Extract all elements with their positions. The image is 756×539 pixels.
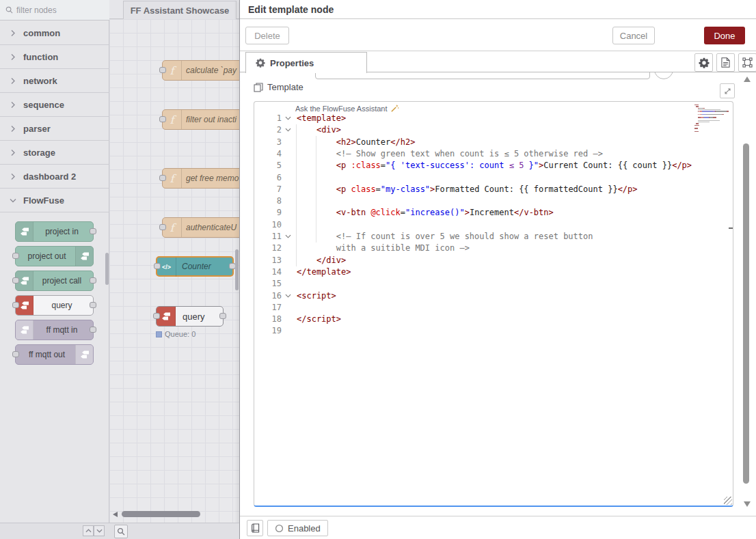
node-label: ff mqtt in — [33, 320, 90, 340]
code-line-10[interactable]: 10 — [254, 219, 733, 231]
flow-node-calculate-pay[interactable]: fcalculate `pay — [162, 60, 239, 81]
node-port[interactable] — [159, 224, 166, 230]
code-line-15[interactable]: 15 — [254, 278, 733, 290]
minimap-line — [694, 133, 729, 133]
code-editor[interactable]: Ask the FlowFuse Assistant 1<template>2 … — [254, 101, 733, 507]
minimap[interactable] — [694, 105, 729, 134]
assistant-hint[interactable]: Ask the FlowFuse Assistant — [295, 104, 399, 113]
code-line-6[interactable]: 6 — [254, 172, 733, 184]
minimap-line — [694, 114, 729, 115]
code-line-17[interactable]: 17 — [254, 302, 733, 314]
palette-category-dashboard-2[interactable]: dashboard 2 — [0, 165, 109, 189]
filter-nodes-input[interactable] — [16, 5, 98, 15]
code-line-19[interactable]: 19 — [254, 325, 733, 337]
node-port[interactable] — [12, 302, 19, 308]
palette-category-sequence[interactable]: sequence — [0, 93, 109, 117]
expand-editor-button[interactable] — [720, 83, 735, 98]
editor-resize-grip[interactable] — [724, 497, 732, 505]
form-scroll-up-icon[interactable] — [744, 77, 751, 82]
node-port[interactable] — [12, 277, 19, 284]
tab-properties[interactable]: Properties — [245, 52, 367, 73]
node-port[interactable] — [154, 263, 161, 269]
workspace-search-button[interactable] — [114, 525, 128, 538]
code-line-9[interactable]: 9 <v-btn @click="increase()">Increment</… — [254, 207, 733, 219]
form-scrollbar-thumb[interactable] — [743, 143, 749, 484]
flow-tab[interactable]: FF Assistant Showcase — [123, 1, 237, 19]
name-field-partial[interactable] — [315, 72, 650, 79]
code-line-4[interactable]: 4 <!— Show green text when count is ≤ 5 … — [254, 148, 733, 160]
palette-node-ff-mqtt-in[interactable]: ff mqtt in — [15, 320, 94, 340]
node-port[interactable] — [219, 313, 226, 319]
palette-node-project-call[interactable]: project call — [15, 271, 94, 291]
minimap-line — [694, 130, 729, 130]
round-button-partial[interactable] — [654, 72, 673, 79]
properties-icon-button[interactable] — [694, 53, 713, 72]
code-line-5[interactable]: 5 <p :class="{ 'text-success': count ≤ 5… — [254, 160, 733, 171]
template-label: Template — [267, 82, 303, 92]
description-tab-button[interactable] — [716, 53, 735, 72]
code-line-8[interactable]: 8 — [254, 195, 733, 207]
flow-node-counter[interactable]: </>Counter — [156, 256, 234, 277]
node-port[interactable] — [90, 327, 96, 333]
palette-category-flowfuse[interactable]: FlowFuse — [0, 189, 109, 212]
palette-category-parser[interactable]: parser — [0, 117, 109, 141]
palette-collapse-up-button[interactable] — [83, 525, 94, 536]
code-text: <p class="my-class">Formatted Count: {{ … — [297, 184, 638, 195]
editor-help-button[interactable] — [247, 520, 263, 536]
fold-icon[interactable] — [285, 128, 291, 132]
flow-node-authenticateu[interactable]: fauthenticateU — [162, 217, 239, 238]
palette-category-storage[interactable]: storage — [0, 141, 109, 165]
palette-node-project-in[interactable]: project in — [15, 221, 94, 242]
node-port[interactable] — [153, 313, 160, 319]
palette-collapse-down-button[interactable] — [94, 525, 105, 536]
overview-ruler-mark — [729, 227, 733, 229]
tray-title: Edit template node — [248, 4, 334, 15]
code-line-16[interactable]: 16<script> — [254, 290, 733, 302]
palette-category-function[interactable]: function — [0, 45, 109, 69]
node-port[interactable] — [159, 67, 166, 73]
flow-node-query[interactable]: query — [156, 306, 224, 327]
flow-node-filter-out-inacti[interactable]: ffilter out inacti — [162, 109, 239, 130]
line-number: 16 — [254, 290, 282, 302]
code-line-12[interactable]: 12 with a suitible MDI icon —> — [254, 243, 733, 254]
flow-node-get-free-memo[interactable]: fget free memo — [162, 168, 239, 189]
form-scroll-down-icon[interactable] — [744, 501, 751, 507]
delete-button[interactable]: Delete — [245, 27, 289, 44]
node-port[interactable] — [159, 116, 166, 122]
category-label: FlowFuse — [23, 195, 64, 206]
palette-category-network[interactable]: network — [0, 69, 109, 93]
done-button[interactable]: Done — [704, 27, 745, 44]
fold-icon[interactable] — [285, 116, 291, 120]
palette-scrollbar[interactable] — [105, 253, 109, 285]
fold-icon[interactable] — [285, 294, 291, 298]
palette-category-common[interactable]: common — [0, 21, 109, 45]
line-number: 18 — [254, 314, 282, 325]
palette-node-project-out[interactable]: project out — [15, 246, 94, 266]
cancel-button[interactable]: Cancel — [612, 27, 655, 44]
code-line-11[interactable]: 11 <!— If count is over 5 we should show… — [254, 231, 733, 243]
workspace-h-scrollbar[interactable] — [122, 511, 200, 517]
node-port[interactable] — [159, 175, 166, 181]
node-port[interactable] — [90, 228, 96, 234]
flow-canvas[interactable]: fcalculate `payffilter out inactifget fr… — [109, 19, 239, 523]
palette-node-ff-mqtt-out[interactable]: ff mqtt out — [15, 344, 94, 365]
node-label: calculate `pay — [186, 61, 239, 80]
node-port[interactable] — [12, 351, 19, 357]
fold-icon[interactable] — [285, 234, 291, 238]
code-line-18[interactable]: 18</script> — [254, 314, 733, 325]
node-port[interactable] — [12, 253, 19, 259]
appearance-tab-button[interactable] — [738, 53, 756, 72]
workspace-v-scrollbar[interactable] — [235, 249, 239, 290]
code-line-14[interactable]: 14</template> — [254, 266, 733, 278]
code-line-1[interactable]: 1<template> — [254, 113, 733, 124]
code-line-3[interactable]: 3 <h2>Counter</h2> — [254, 137, 733, 148]
node-port[interactable] — [90, 277, 96, 284]
code-line-7[interactable]: 7 <p class="my-class">Formatted Count: {… — [254, 184, 733, 195]
palette-node-query[interactable]: query — [15, 295, 94, 316]
scroll-left-icon[interactable] — [113, 512, 118, 517]
enabled-toggle-button[interactable]: Enabled — [267, 520, 328, 536]
code-line-2[interactable]: 2 <div> — [254, 124, 733, 136]
code-line-13[interactable]: 13 </div> — [254, 255, 733, 266]
node-port[interactable] — [90, 302, 96, 308]
palette-search[interactable] — [0, 0, 109, 20]
